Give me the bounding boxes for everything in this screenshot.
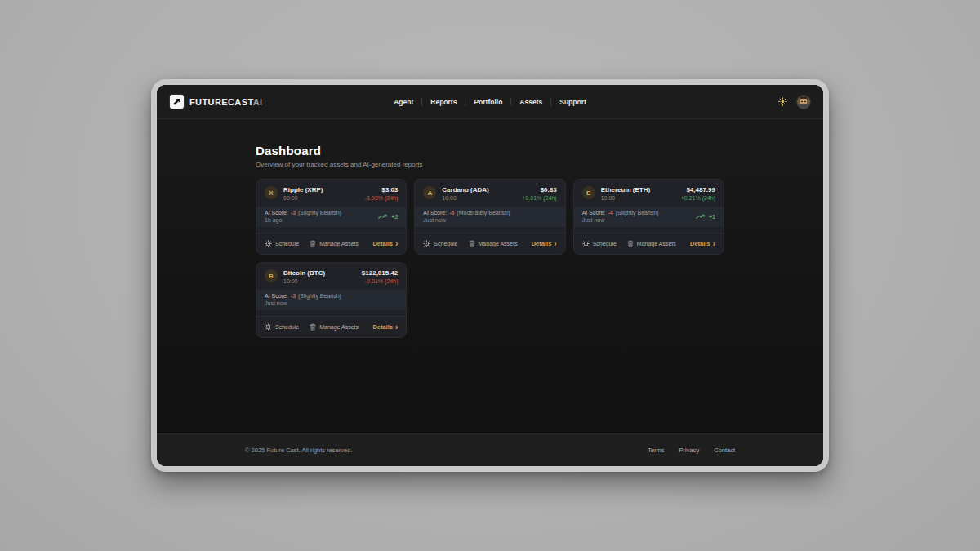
manage-assets-button[interactable]: Manage Assets [469, 240, 518, 247]
asset-card-ripple: X Ripple (XRP) 09:00 $3.03 -1.93% (24h) … [256, 179, 407, 255]
chevron-right-icon: › [554, 240, 556, 248]
schedule-label: Schedule [593, 241, 617, 247]
ai-sentiment: (Slightly Bearish) [616, 210, 659, 216]
app-window: FUTURECASTAI Agent Reports Portfolio Ass… [151, 79, 829, 472]
manage-assets-label: Manage Assets [479, 241, 518, 247]
asset-change: -0.01% (24h) [362, 278, 399, 284]
card-header: A Cardano (ADA) 10:00 $0.83 +0.01% (24h) [415, 180, 564, 201]
nav-item-reports[interactable]: Reports [430, 98, 457, 106]
card-actions: Schedule Manage Assets Details › [415, 233, 564, 254]
asset-time: 10:00 [283, 278, 325, 284]
ai-score-panel: AI Score:-4(Slightly Bearish) Just now +… [574, 207, 724, 227]
card-header: X Ripple (XRP) 09:00 $3.03 -1.93% (24h) [256, 180, 406, 201]
trash-icon [310, 323, 316, 331]
manage-assets-label: Manage Assets [637, 241, 676, 247]
footer-links: Terms Privacy Contact [648, 447, 735, 454]
user-avatar[interactable] [797, 96, 810, 109]
details-label: Details [372, 323, 393, 331]
brand-name: FUTURECASTAI [189, 97, 263, 107]
schedule-label: Schedule [275, 324, 299, 330]
nav-divider [421, 98, 422, 106]
page-subtitle: Overview of your tracked assets and AI-g… [256, 161, 724, 168]
ai-score-value: -3 [291, 293, 296, 299]
asset-time: 09:00 [283, 195, 323, 201]
nav-divider [510, 98, 511, 106]
last-updated: Just now [423, 217, 510, 223]
manage-assets-button[interactable]: Manage Assets [627, 240, 676, 247]
asset-card-grid: X Ripple (XRP) 09:00 $3.03 -1.93% (24h) … [256, 179, 724, 338]
ai-score-value: -6 [449, 210, 454, 216]
nav-item-assets[interactable]: Assets [519, 98, 542, 106]
nav-divider [550, 98, 551, 106]
asset-name: Bitcoin (BTC) [283, 269, 325, 277]
details-label: Details [690, 240, 710, 247]
ai-sentiment: (Slightly Bearish) [298, 210, 341, 216]
nav-item-support[interactable]: Support [559, 98, 586, 106]
schedule-button[interactable]: Schedule [582, 240, 617, 247]
manage-assets-button[interactable]: Manage Assets [310, 323, 359, 331]
nav-item-agent[interactable]: Agent [394, 98, 413, 106]
details-button[interactable]: Details › [690, 240, 715, 248]
card-header: B Bitcoin (BTC) 10:00 $122,015.42 -0.01%… [256, 263, 406, 284]
nav-item-portfolio[interactable]: Portfolio [474, 98, 502, 106]
card-header: E Ethereum (ETH) 10:00 $4,487.99 +0.21% … [574, 180, 724, 201]
last-updated: Just now [265, 300, 341, 306]
schedule-button[interactable]: Schedule [423, 240, 457, 247]
ai-score-panel: AI Score:-6(Moderately Bearish) Just now [415, 207, 564, 227]
brand-logo-icon [170, 95, 184, 109]
schedule-button[interactable]: Schedule [265, 240, 299, 247]
coin-badge: E [582, 186, 595, 199]
chevron-right-icon: › [713, 240, 715, 248]
chevron-right-icon: › [395, 323, 398, 331]
footer-link-contact[interactable]: Contact [714, 447, 735, 454]
footer-link-privacy[interactable]: Privacy [679, 447, 700, 454]
coin-badge: X [265, 186, 278, 199]
trending-up-icon [378, 214, 389, 220]
top-navbar: FUTURECASTAI Agent Reports Portfolio Ass… [157, 85, 823, 119]
chevron-right-icon: › [395, 240, 398, 248]
asset-price: $122,015.42 [362, 269, 399, 277]
trash-icon [310, 240, 316, 247]
ai-sentiment: (Moderately Bearish) [457, 210, 510, 216]
footer-link-terms[interactable]: Terms [648, 447, 664, 454]
navbar-right [778, 96, 810, 109]
manage-assets-button[interactable]: Manage Assets [310, 240, 359, 247]
last-updated: Just now [582, 217, 659, 223]
ai-score-label: AI Score: [423, 210, 447, 216]
card-actions: Schedule Manage Assets Details › [256, 233, 406, 254]
main-area: Dashboard Overview of your tracked asset… [157, 119, 823, 433]
ai-score-label: AI Score: [265, 293, 288, 299]
schedule-button[interactable]: Schedule [265, 323, 299, 331]
coin-badge: B [265, 269, 278, 282]
asset-price: $3.03 [365, 186, 398, 193]
details-button[interactable]: Details › [372, 323, 398, 331]
brand[interactable]: FUTURECASTAI [170, 95, 263, 109]
theme-toggle-button[interactable] [778, 97, 787, 106]
asset-card-cardano: A Cardano (ADA) 10:00 $0.83 +0.01% (24h)… [414, 179, 565, 255]
ai-score-label: AI Score: [582, 210, 606, 216]
ai-score-panel: AI Score:-3(Slightly Bearish) Just now [256, 290, 406, 310]
asset-change: +0.21% (24h) [681, 195, 715, 201]
asset-time: 10:00 [442, 195, 488, 201]
details-button[interactable]: Details › [532, 240, 557, 248]
gear-icon [582, 240, 590, 247]
ai-score-value: -3 [291, 210, 296, 216]
asset-price: $0.83 [522, 186, 556, 193]
manage-assets-label: Manage Assets [319, 324, 359, 330]
trash-icon [469, 240, 475, 247]
ai-score-value: -4 [608, 210, 612, 216]
ai-score-panel: AI Score:-3(Slightly Bearish) 1h ago +2 [256, 207, 406, 227]
trend-delta: +2 [378, 214, 398, 220]
asset-card-ethereum: E Ethereum (ETH) 10:00 $4,487.99 +0.21% … [573, 179, 724, 255]
trash-icon [627, 240, 634, 247]
main-nav: Agent Reports Portfolio Assets Support [394, 98, 586, 106]
trending-up-icon [696, 214, 706, 220]
coin-badge: A [423, 186, 436, 199]
details-button[interactable]: Details › [372, 240, 398, 248]
sun-icon [778, 97, 787, 106]
last-updated: 1h ago [265, 217, 341, 223]
details-label: Details [372, 240, 393, 247]
manage-assets-label: Manage Assets [319, 241, 359, 247]
page-title: Dashboard [256, 144, 724, 158]
gear-icon [265, 240, 272, 247]
